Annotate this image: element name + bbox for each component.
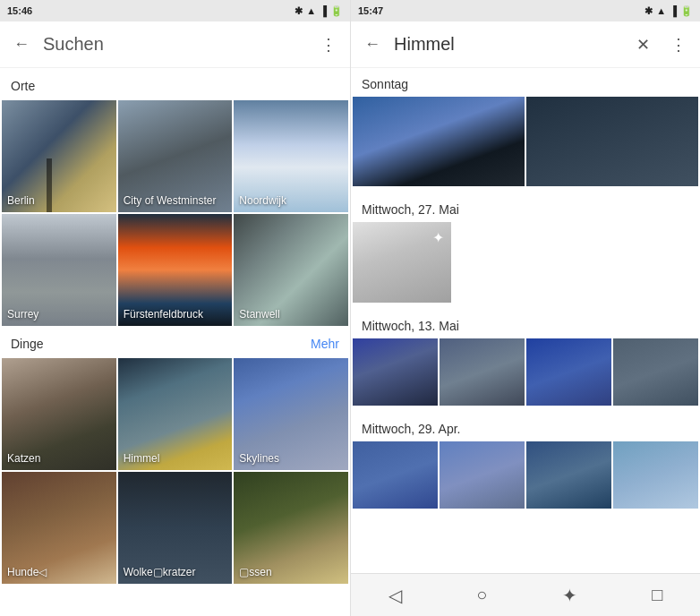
mai13-grid	[351, 338, 700, 413]
label-berlin: Berlin	[7, 194, 35, 207]
grid-item-berlin[interactable]: Berlin	[2, 100, 116, 212]
dinge-label: Dinge	[11, 337, 44, 351]
label-westminster: City of Westminster	[124, 194, 217, 207]
dinge-grid: Katzen Himmel Skylines Hunde◁ Wolke▢krat…	[0, 358, 350, 584]
grid-item-himmel[interactable]: Himmel	[118, 358, 233, 470]
top-bar-left: ← Suchen ⋮	[0, 21, 350, 68]
grid-item-katzen[interactable]: Katzen	[2, 358, 116, 470]
battery-icon: 🔋	[330, 5, 343, 17]
label-skylines: Skylines	[239, 452, 279, 465]
search-title: Suchen	[43, 34, 307, 55]
battery-icon-r: 🔋	[680, 5, 693, 17]
label-hunde: Hunde◁	[7, 566, 47, 578]
close-button-right[interactable]: ✕	[628, 30, 657, 59]
status-bar-right: 15:47 ✱ ▲ ▐ 🔋	[351, 0, 700, 21]
grid-item-hunde[interactable]: Hunde◁	[2, 472, 116, 584]
back-button-right[interactable]: ←	[358, 30, 387, 59]
label-himmel: Himmel	[124, 452, 160, 465]
label-wolkenkratzer: Wolke▢kratzer	[124, 566, 196, 578]
grid-item-noordwijk[interactable]: Noordwijk	[234, 100, 348, 212]
label-furstenfeldbruck: Fürstenfeldbruck	[124, 308, 203, 321]
bluetooth-icon-r: ✱	[645, 5, 653, 17]
back-button-left[interactable]: ←	[7, 30, 36, 59]
date-27mai: Mittwoch, 27. Mai	[351, 193, 700, 222]
label-stanwell: Stanwell	[239, 308, 279, 321]
wifi-icon: ▲	[306, 5, 316, 16]
nav-sparkle-icon[interactable]: ✦	[555, 578, 585, 613]
date-label-27mai: Mittwoch, 27. Mai	[362, 202, 459, 217]
date-label-13mai: Mittwoch, 13. Mai	[362, 319, 459, 333]
right-panel: 15:47 ✱ ▲ ▐ 🔋 ← Himmel ✕ ⋮ Sonntag Mittw…	[350, 0, 700, 616]
grid-item-wolkenkratzer[interactable]: Wolke▢kratzer	[118, 472, 233, 584]
right-scroll-area: Sonntag Mittwoch, 27. Mai ✦ Mittwoch, 13…	[351, 68, 700, 573]
date-sonntag: Sonntag	[351, 68, 700, 97]
date-label-sonntag: Sonntag	[362, 77, 408, 91]
mai27-grid: ✦	[351, 222, 700, 310]
left-scroll-area: Orte Berlin City of Westminster Noordwij…	[0, 68, 350, 616]
photo-13mai-1[interactable]	[353, 338, 438, 406]
wifi-icon-r: ▲	[656, 5, 666, 16]
status-time-right: 15:47	[358, 5, 383, 16]
orte-grid: Berlin City of Westminster Noordwijk Sur…	[0, 100, 350, 326]
grid-item-furstenfeldbruck[interactable]: Fürstenfeldbruck	[118, 214, 233, 326]
signal-icon: ▐	[320, 5, 327, 16]
grid-item-stanwell[interactable]: Stanwell	[234, 214, 348, 326]
photo-29apr-1[interactable]	[353, 441, 438, 509]
menu-button-right[interactable]: ⋮	[664, 30, 693, 59]
photo-sonntag-2[interactable]	[526, 97, 698, 186]
label-katzen: Katzen	[7, 452, 40, 465]
grid-item-surrey[interactable]: Surrey	[2, 214, 116, 326]
top-bar-right: ← Himmel ✕ ⋮	[351, 21, 700, 68]
grid-item-skylines[interactable]: Skylines	[234, 358, 348, 470]
nav-back-icon[interactable]: ◁	[381, 578, 409, 613]
sparkle-icon: ✦	[432, 229, 444, 246]
photo-29apr-3[interactable]	[526, 441, 611, 509]
photo-29apr-2[interactable]	[440, 441, 525, 509]
left-panel: 15:46 ✱ ▲ ▐ 🔋 ← Suchen ⋮ Orte Berlin Cit…	[0, 0, 350, 616]
status-bar-left: 15:46 ✱ ▲ ▐ 🔋	[0, 0, 350, 21]
menu-button-left[interactable]: ⋮	[314, 30, 343, 59]
photo-13mai-4[interactable]	[613, 338, 698, 406]
status-time-left: 15:46	[7, 5, 32, 16]
photo-sonntag-1[interactable]	[353, 97, 525, 186]
date-13mai: Mittwoch, 13. Mai	[351, 310, 700, 338]
nav-home-icon[interactable]: ○	[469, 578, 494, 612]
orte-label: Orte	[11, 79, 35, 93]
status-icons-left: ✱ ▲ ▐ 🔋	[295, 5, 343, 17]
dinge-header: Dinge Mehr	[0, 326, 350, 358]
photo-29apr-4[interactable]	[613, 441, 698, 509]
signal-icon-r: ▐	[670, 5, 677, 16]
photo-27mai-1[interactable]: ✦	[353, 222, 451, 303]
status-icons-right: ✱ ▲ ▐ 🔋	[645, 5, 693, 17]
himmel-title: Himmel	[394, 34, 621, 55]
photo-13mai-3[interactable]	[526, 338, 611, 406]
grid-item-essen[interactable]: ▢ssen	[234, 472, 348, 584]
nav-square-icon[interactable]: □	[645, 578, 670, 612]
apr29-grid	[351, 441, 700, 516]
orte-header: Orte	[0, 68, 350, 100]
grid-item-westminster[interactable]: City of Westminster	[118, 100, 233, 212]
bottom-nav: ◁ ○ ✦ □	[351, 573, 700, 616]
sonntag-grid	[351, 97, 700, 193]
mehr-link[interactable]: Mehr	[311, 337, 339, 351]
label-essen: ▢ssen	[239, 566, 271, 578]
label-surrey: Surrey	[7, 308, 38, 321]
date-29apr: Mittwoch, 29. Apr.	[351, 413, 700, 441]
bluetooth-icon: ✱	[295, 5, 303, 17]
date-label-29apr: Mittwoch, 29. Apr.	[362, 422, 461, 436]
label-noordwijk: Noordwijk	[239, 194, 286, 207]
photo-13mai-2[interactable]	[440, 338, 525, 406]
